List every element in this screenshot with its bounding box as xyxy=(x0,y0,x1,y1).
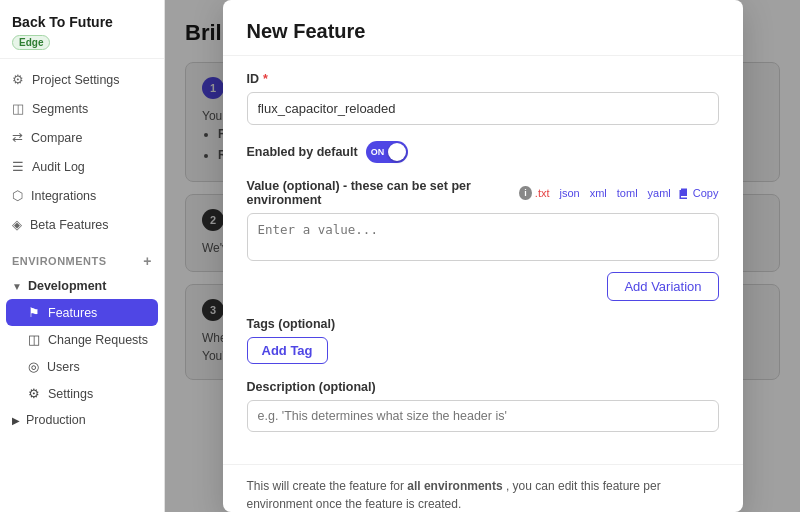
sidebar-nav: ⚙ Project Settings ◫ Segments ⇄ Compare … xyxy=(0,59,164,245)
sidebar-item-label: Compare xyxy=(31,131,82,145)
format-tab-toml[interactable]: toml xyxy=(614,186,641,200)
enabled-toggle-row: Enabled by default ON xyxy=(247,141,719,163)
change-requests-label: Change Requests xyxy=(48,333,148,347)
change-requests-icon: ◫ xyxy=(28,332,40,347)
integrations-icon: ⬡ xyxy=(12,188,23,203)
settings-child-icon: ⚙ xyxy=(28,386,40,401)
segments-icon: ◫ xyxy=(12,101,24,116)
app-title: Back To Future xyxy=(12,14,152,30)
format-tabs: .txt json xml toml yaml Copy xyxy=(532,186,719,200)
sidebar-item-project-settings[interactable]: ⚙ Project Settings xyxy=(0,65,164,94)
value-textarea[interactable] xyxy=(247,213,719,261)
modal-overlay: New Feature ID * Enabled by default ON xyxy=(165,0,800,512)
sidebar-item-production[interactable]: ▶ Production xyxy=(0,407,164,433)
sidebar-item-compare[interactable]: ⇄ Compare xyxy=(0,123,164,152)
value-label-row: Value (optional) - these can be set per … xyxy=(247,179,719,207)
add-variation-container: Add Variation xyxy=(247,272,719,301)
sidebar-item-users[interactable]: ◎ Users xyxy=(0,353,164,380)
format-tab-json[interactable]: json xyxy=(557,186,583,200)
new-feature-modal: New Feature ID * Enabled by default ON xyxy=(223,0,743,512)
environments-section: Environments + xyxy=(0,245,164,273)
modal-body: ID * Enabled by default ON xyxy=(223,56,743,464)
sidebar-item-beta-features[interactable]: ◈ Beta Features xyxy=(0,210,164,239)
sidebar-item-change-requests[interactable]: ◫ Change Requests xyxy=(0,326,164,353)
sidebar-header: Back To Future Edge xyxy=(0,0,164,59)
format-tab-yaml[interactable]: yaml xyxy=(645,186,674,200)
features-label: Features xyxy=(48,306,97,320)
settings-label: Settings xyxy=(48,387,93,401)
modal-header: New Feature xyxy=(223,0,743,56)
copy-icon xyxy=(678,187,690,199)
production-label: Production xyxy=(26,413,86,427)
sidebar-item-label: Beta Features xyxy=(30,218,109,232)
sidebar-item-settings[interactable]: ⚙ Settings xyxy=(0,380,164,407)
users-label: Users xyxy=(47,360,80,374)
value-label: Value (optional) - these can be set per … xyxy=(247,179,532,207)
sidebar-item-label: Audit Log xyxy=(32,160,85,174)
copy-button[interactable]: Copy xyxy=(678,187,719,199)
settings-icon: ⚙ xyxy=(12,72,24,87)
modal-footer: This will create the feature for all env… xyxy=(223,464,743,512)
sidebar-item-integrations[interactable]: ⬡ Integrations xyxy=(0,181,164,210)
add-tag-button[interactable]: Add Tag xyxy=(247,337,328,364)
sidebar-item-label: Integrations xyxy=(31,189,96,203)
sidebar-item-audit-log[interactable]: ☰ Audit Log xyxy=(0,152,164,181)
tags-label: Tags (optional) xyxy=(247,317,719,331)
id-field-group: ID * xyxy=(247,72,719,125)
chevron-right-icon: ▶ xyxy=(12,415,20,426)
enabled-label: Enabled by default xyxy=(247,145,358,159)
users-icon: ◎ xyxy=(28,359,39,374)
toggle-on-text: ON xyxy=(371,147,385,157)
description-field-group: Description (optional) xyxy=(247,380,719,432)
id-input[interactable] xyxy=(247,92,719,125)
sidebar-item-segments[interactable]: ◫ Segments xyxy=(0,94,164,123)
audit-icon: ☰ xyxy=(12,159,24,174)
environments-label: Environments xyxy=(12,255,107,267)
enabled-toggle[interactable]: ON xyxy=(366,141,408,163)
footer-notice: This will create the feature for all env… xyxy=(247,477,719,512)
required-marker: * xyxy=(263,72,268,86)
chevron-down-icon: ▼ xyxy=(12,281,22,292)
sidebar: Back To Future Edge ⚙ Project Settings ◫… xyxy=(0,0,165,512)
development-label: Development xyxy=(28,279,107,293)
toggle-knob xyxy=(388,143,406,161)
description-input[interactable] xyxy=(247,400,719,432)
format-tab-txt[interactable]: .txt xyxy=(532,186,553,200)
add-environment-button[interactable]: + xyxy=(143,253,152,269)
edge-badge: Edge xyxy=(12,35,50,50)
id-label: ID * xyxy=(247,72,719,86)
sidebar-item-label: Project Settings xyxy=(32,73,120,87)
format-tab-xml[interactable]: xml xyxy=(587,186,610,200)
add-variation-button[interactable]: Add Variation xyxy=(607,272,718,301)
sidebar-item-features[interactable]: ⚑ Features xyxy=(6,299,158,326)
sidebar-item-label: Segments xyxy=(32,102,88,116)
tags-field-group: Tags (optional) Add Tag xyxy=(247,317,719,364)
beta-icon: ◈ xyxy=(12,217,22,232)
modal-title: New Feature xyxy=(247,20,719,43)
features-icon: ⚑ xyxy=(28,305,40,320)
description-label: Description (optional) xyxy=(247,380,719,394)
info-icon: i xyxy=(519,186,531,200)
development-group[interactable]: ▼ Development xyxy=(0,273,164,299)
main-content-area: Brilliant! Now 1 Creating A Fe You can c… xyxy=(165,0,800,512)
compare-icon: ⇄ xyxy=(12,130,23,145)
value-field-group: Value (optional) - these can be set per … xyxy=(247,179,719,301)
